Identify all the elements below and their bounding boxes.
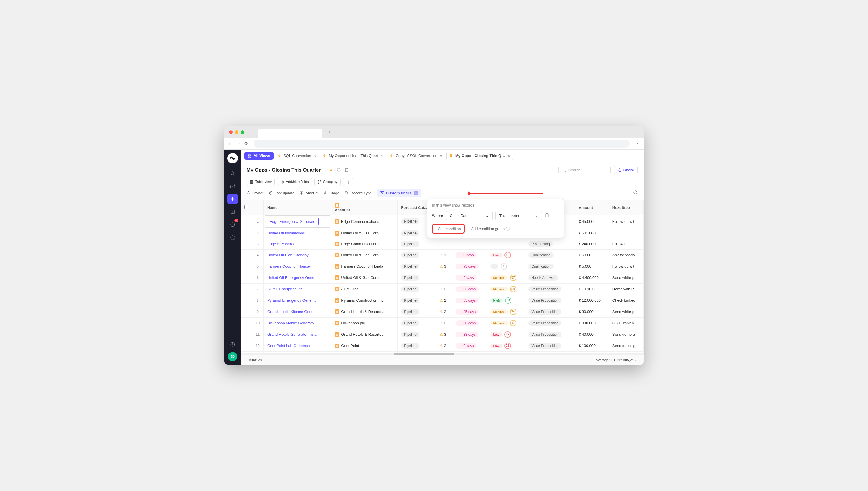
forecast-cell[interactable]: Pipeline — [398, 295, 436, 306]
forecast-cell[interactable]: Pipeline — [398, 340, 436, 351]
url-input[interactable] — [254, 140, 629, 148]
forecast-cell[interactable]: Pipeline — [398, 317, 436, 329]
opportunity-link[interactable]: GenePoint Lab Generators — [267, 344, 312, 348]
scrollbar-thumb[interactable] — [394, 352, 454, 355]
opportunity-link[interactable]: Grand Hotels Kitchen Gene... — [267, 310, 317, 314]
delete-condition-button[interactable] — [545, 213, 549, 219]
all-views-button[interactable]: All Views — [244, 152, 274, 160]
help-icon[interactable] — [227, 339, 238, 350]
opportunity-link[interactable]: ACME Enterprise Inc. — [267, 287, 304, 291]
account-cell[interactable]: ▦United Oil & Gas Corp. — [331, 272, 398, 283]
note-icon[interactable] — [227, 206, 238, 217]
account-cell[interactable]: ▦United Oil & Gas Corp. — [331, 249, 398, 261]
opportunity-link[interactable]: Dickenson Mobile Generato... — [267, 321, 317, 325]
name-cell[interactable]: Grand Hotels Kitchen Gene... — [264, 306, 331, 317]
table-row[interactable]: 7ACME Enterprise Inc.▦ACME Inc.Pipeline⚠… — [241, 283, 644, 295]
trash-icon[interactable] — [344, 168, 349, 173]
opportunity-link[interactable]: United Oil Emergency Gene... — [267, 276, 317, 280]
forecast-cell[interactable]: Pipeline — [398, 249, 436, 261]
table-row[interactable]: 8Pyramid Emergency Gener...▦Pyramid Cons… — [241, 295, 644, 306]
name-cell[interactable]: Dickenson Mobile Generato... — [264, 317, 331, 329]
amount-header[interactable]: Amount↑ — [575, 200, 609, 215]
view-tab[interactable]: ♛My Opportunities - This Quart× — [320, 151, 386, 160]
nextstep-header[interactable]: Next Step — [609, 200, 643, 215]
name-cell[interactable]: ACME Enterprise Inc. — [264, 283, 331, 295]
search-icon[interactable] — [227, 168, 238, 179]
account-cell[interactable]: ▦Farmers Coop. of Florida — [331, 261, 398, 272]
close-tab-icon[interactable]: × — [313, 153, 316, 158]
name-cell[interactable]: Edge Emergency Generator — [264, 215, 331, 228]
table-row[interactable]: 4United Oil Plant Standby G...▦United Oi… — [241, 249, 644, 261]
name-cell[interactable]: GenePoint Lab Generators — [264, 340, 331, 351]
back-button[interactable]: ← — [228, 141, 232, 146]
view-tab[interactable]: ♛My Opps - Closing This Quart× — [446, 151, 513, 160]
name-cell[interactable]: United Oil Plant Standby G... — [264, 249, 331, 261]
browser-menu-icon[interactable]: ⋮ — [636, 141, 640, 146]
field-select[interactable]: Close Date⌄ — [446, 211, 493, 221]
stage-cell[interactable]: Value Proposition — [525, 317, 575, 329]
account-cell[interactable]: ▦Pyramid Construction Inc. — [331, 295, 398, 306]
browser-tab[interactable] — [258, 128, 322, 138]
rocket-icon[interactable] — [227, 194, 238, 204]
view-tab[interactable]: ♛Copy of SQL Conversion× — [387, 151, 445, 160]
close-window-icon[interactable] — [229, 130, 232, 134]
refresh-button[interactable] — [633, 190, 638, 196]
name-cell[interactable]: United Oil Emergency Gene... — [264, 272, 331, 283]
close-tab-icon[interactable]: × — [508, 153, 510, 158]
user-avatar[interactable]: JD — [228, 352, 237, 361]
stage-cell[interactable]: Qualification — [525, 249, 575, 261]
table-row[interactable]: 12GenePoint Lab Generators▦GenePointPipe… — [241, 340, 644, 351]
stage-cell[interactable]: Value Proposition — [525, 306, 575, 317]
stage-filter[interactable]: Stage — [324, 191, 339, 195]
opportunity-link[interactable]: Grand Hotels Generator Ins... — [267, 332, 317, 337]
opportunity-link[interactable]: United Oil Installations — [267, 231, 305, 235]
opportunity-link[interactable]: Farmers Coop. of Florida- — [267, 264, 311, 268]
forecast-cell[interactable]: Pipeline — [398, 283, 436, 295]
owner-filter[interactable]: Owner — [247, 191, 263, 195]
amount-filter[interactable]: Amount — [300, 191, 318, 195]
name-cell[interactable]: Grand Hotels Generator Ins... — [264, 329, 331, 340]
close-tab-icon[interactable]: × — [381, 153, 383, 158]
settings-icon[interactable] — [227, 232, 238, 242]
close-tab-icon[interactable]: × — [440, 153, 442, 158]
opportunity-link[interactable]: United Oil Plant Standby G... — [267, 253, 315, 257]
account-cell[interactable]: ▦United Oil & Gas Corp. — [331, 228, 398, 238]
forecast-cell[interactable]: Pipeline — [398, 306, 436, 317]
account-cell[interactable]: ▦Edge Communications — [331, 215, 398, 228]
account-cell[interactable]: ▦Dickenson plc — [331, 317, 398, 329]
name-cell[interactable]: Farmers Coop. of Florida- — [264, 261, 331, 272]
stage-cell[interactable]: Value Proposition — [525, 295, 575, 306]
last-update-filter[interactable]: Last update — [269, 191, 294, 195]
account-cell[interactable]: ▦Grand Hotels & Resorts ... — [331, 329, 398, 340]
share-button[interactable]: Share — [614, 166, 638, 174]
record-type-filter[interactable]: Record Type — [345, 191, 372, 195]
add-condition-button[interactable]: +Add condition — [432, 224, 465, 234]
minimize-window-icon[interactable] — [235, 130, 239, 134]
app-logo[interactable] — [227, 153, 238, 164]
opportunity-link[interactable]: Edge SLA edited — [267, 242, 296, 246]
table-row[interactable]: 10Dickenson Mobile Generato...▦Dickenson… — [241, 317, 644, 329]
stage-cell[interactable]: Qualification — [525, 261, 575, 272]
tasks-icon[interactable]: 6 — [227, 219, 238, 230]
account-header[interactable]: ▦ Account — [331, 200, 398, 215]
select-all-checkbox[interactable] — [244, 205, 248, 209]
table-row[interactable]: 11Grand Hotels Generator Ins...▦Grand Ho… — [241, 329, 644, 340]
add-condition-group-button[interactable]: +Add condition groupi — [469, 227, 510, 231]
forecast-cell[interactable]: Pipeline — [398, 238, 436, 249]
stage-cell[interactable]: Needs Analysis — [525, 272, 575, 283]
group-by-button[interactable]: Group by — [314, 178, 341, 186]
opportunity-link[interactable]: Edge Emergency Generator — [268, 218, 319, 225]
custom-filters-button[interactable]: Custom filters 1 — [377, 189, 421, 197]
account-cell[interactable]: ▦Edge Communications — [331, 238, 398, 249]
forecast-cell[interactable]: Pipeline — [398, 272, 436, 283]
maximize-window-icon[interactable] — [241, 130, 244, 134]
add-hide-fields-button[interactable]: Add/hide fields — [277, 178, 312, 186]
new-browser-tab-button[interactable]: + — [328, 129, 331, 135]
account-cell[interactable]: ▦ACME Inc. — [331, 283, 398, 295]
chevron-down-icon[interactable]: ⌄ — [635, 358, 638, 362]
reload-button[interactable]: ⟳ — [244, 141, 248, 146]
table-view-button[interactable]: Table view — [247, 178, 275, 186]
horizontal-scrollbar[interactable] — [241, 352, 644, 355]
table-row[interactable]: 9Grand Hotels Kitchen Gene...▦Grand Hote… — [241, 306, 644, 317]
operator-select[interactable]: This quarter⌄ — [496, 211, 542, 221]
